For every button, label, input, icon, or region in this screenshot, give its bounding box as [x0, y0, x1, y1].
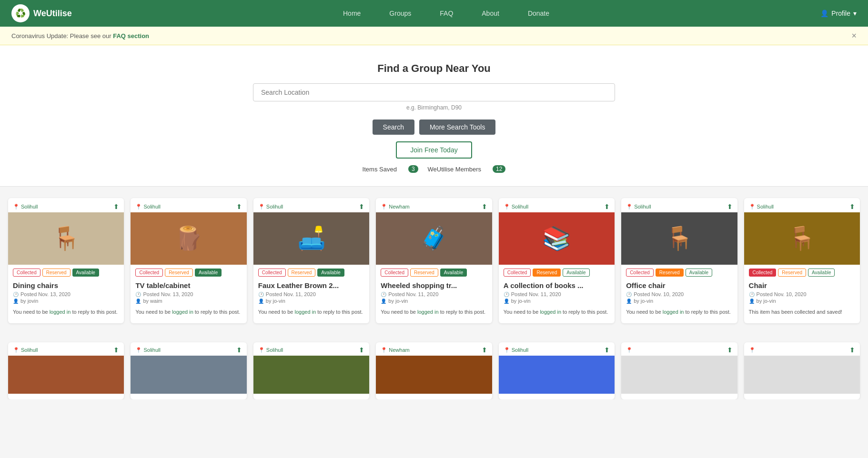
login-link[interactable]: logged in — [50, 309, 71, 315]
card-title: TV table/cabinet — [131, 279, 246, 290]
login-link[interactable]: logged in — [172, 309, 193, 315]
card-image: 🪵 — [131, 212, 246, 265]
bottom-card-image — [131, 356, 246, 394]
login-link[interactable]: logged in — [663, 309, 684, 315]
search-input[interactable] — [253, 83, 615, 101]
card-author: 👤 by jo-vin — [749, 298, 855, 304]
card-item[interactable]: 📍 Solihull ⬆ 🛋️ Collected Reserved Avail… — [253, 198, 369, 323]
bottom-cards-grid: 📍 Solihull ⬆ 📍 Solihull ⬆ 📍 Solihull ⬆ — [8, 342, 860, 399]
bottom-card-stub[interactable]: 📍 ⬆ — [621, 342, 737, 399]
share-icon[interactable]: ⬆ — [359, 203, 364, 210]
bottom-card-stub[interactable]: 📍 Solihull ⬆ — [8, 342, 124, 399]
status-available[interactable]: Available — [808, 269, 835, 277]
status-reserved[interactable]: Reserved — [778, 269, 806, 277]
bottom-card-image — [744, 356, 860, 394]
status-reserved[interactable]: Reserved — [410, 269, 438, 277]
profile-menu[interactable]: 👤 Profile ▾ — [820, 10, 857, 17]
card-location: 📍 Solihull — [135, 204, 160, 210]
bottom-card-stub[interactable]: 📍 Newham ⬆ — [376, 342, 492, 399]
status-available[interactable]: Available — [686, 269, 712, 277]
card-title: Faux Leather Brown 2... — [253, 279, 369, 290]
nav-home[interactable]: Home — [343, 10, 361, 17]
share-icon[interactable]: ⬆ — [482, 346, 487, 354]
more-search-tools-button[interactable]: More Search Tools — [419, 119, 495, 135]
share-icon[interactable]: ⬆ — [604, 346, 610, 354]
status-collected[interactable]: Collected — [749, 269, 777, 277]
share-icon[interactable]: ⬆ — [849, 346, 855, 354]
status-reserved[interactable]: Reserved — [533, 269, 561, 277]
card-status-row: Collected Reserved Available — [131, 265, 246, 279]
brand-logo: ♻️ — [11, 4, 30, 22]
status-collected[interactable]: Collected — [135, 269, 163, 277]
card-body: You need to be logged in to reply to thi… — [621, 305, 737, 318]
status-available[interactable]: Available — [317, 269, 344, 277]
card-location: 📍 Solihull — [135, 346, 160, 354]
share-icon[interactable]: ⬆ — [482, 203, 487, 210]
status-collected[interactable]: Collected — [626, 269, 654, 277]
brand-name: WeUtilise — [33, 9, 72, 19]
card-item[interactable]: 📍 Solihull ⬆ 🪑 Collected Reserved Availa… — [8, 198, 124, 323]
status-collected[interactable]: Collected — [381, 269, 408, 277]
card-body: You need to be logged in to reply to thi… — [253, 305, 369, 318]
items-saved-count: 3 — [408, 165, 418, 173]
nav-donate[interactable]: Donate — [528, 10, 549, 17]
cards-grid: 📍 Solihull ⬆ 🪑 Collected Reserved Availa… — [8, 198, 860, 323]
nav-groups[interactable]: Groups — [389, 10, 411, 17]
status-reserved[interactable]: Reserved — [42, 269, 71, 277]
share-icon[interactable]: ⬆ — [849, 203, 855, 210]
status-collected[interactable]: Collected — [504, 269, 531, 277]
card-item[interactable]: 📍 Newham ⬆ 🧳 Collected Reserved Availabl… — [376, 198, 492, 323]
bottom-card-top: 📍 Solihull ⬆ — [131, 342, 246, 356]
status-available[interactable]: Available — [72, 269, 99, 277]
bottom-card-stub[interactable]: 📍 Solihull ⬆ — [131, 342, 246, 399]
share-icon[interactable]: ⬆ — [113, 346, 119, 354]
card-item[interactable]: 📍 Solihull ⬆ 🪑 Collected Reserved Availa… — [744, 198, 860, 323]
status-available[interactable]: Available — [195, 269, 222, 277]
user-icon: 👤 — [13, 299, 19, 304]
search-button[interactable]: Search — [373, 119, 414, 135]
login-link[interactable]: logged in — [540, 309, 561, 315]
login-link[interactable]: logged in — [417, 309, 439, 315]
status-available[interactable]: Available — [563, 269, 589, 277]
status-reserved[interactable]: Reserved — [288, 269, 316, 277]
status-reserved[interactable]: Reserved — [165, 269, 193, 277]
status-available[interactable]: Available — [440, 269, 467, 277]
status-collected[interactable]: Collected — [13, 269, 40, 277]
alert-close-button[interactable]: × — [851, 31, 857, 40]
login-link[interactable]: logged in — [295, 309, 316, 315]
card-image: 🪑 — [744, 212, 860, 265]
card-body: You need to be logged in to reply to thi… — [8, 305, 124, 318]
card-item[interactable]: 📍 Solihull ⬆ 🪵 Collected Reserved Availa… — [131, 198, 246, 323]
brand[interactable]: ♻️ WeUtilise — [11, 4, 72, 22]
share-icon[interactable]: ⬆ — [604, 203, 610, 210]
card-item[interactable]: 📍 Solihull ⬆ 📚 Collected Reserved Availa… — [499, 198, 615, 323]
pin-icon: 📍 — [381, 204, 387, 210]
nav-about[interactable]: About — [482, 10, 499, 17]
share-icon[interactable]: ⬆ — [236, 346, 242, 354]
alert-faq-link[interactable]: FAQ section — [113, 32, 149, 40]
clock-icon: 🕐 — [504, 292, 509, 297]
share-icon[interactable]: ⬆ — [727, 346, 733, 354]
card-posted: 🕐 Posted Nov. 10, 2020 — [626, 291, 732, 297]
share-icon[interactable]: ⬆ — [113, 203, 119, 210]
pin-icon: 📍 — [135, 204, 142, 210]
bottom-card-stub[interactable]: 📍 Solihull ⬆ — [499, 342, 615, 399]
bottom-card-stub[interactable]: 📍 Solihull ⬆ — [253, 342, 369, 399]
pin-icon: 📍 — [135, 347, 142, 353]
card-author: 👤 by jovin — [13, 298, 119, 304]
card-posted: 🕐 Posted Nov. 11, 2020 — [381, 291, 487, 297]
nav-faq[interactable]: FAQ — [440, 10, 453, 17]
pin-icon: 📍 — [504, 204, 510, 210]
share-icon[interactable]: ⬆ — [727, 203, 733, 210]
share-icon[interactable]: ⬆ — [359, 346, 364, 354]
card-top: 📍 Solihull ⬆ — [131, 198, 246, 212]
bottom-card-stub[interactable]: 📍 ⬆ — [744, 342, 860, 399]
card-image: 🛋️ — [253, 212, 369, 265]
status-collected[interactable]: Collected — [258, 269, 286, 277]
join-free-button[interactable]: Join Free Today — [396, 141, 472, 159]
share-icon[interactable]: ⬆ — [236, 203, 242, 210]
card-title: Chair — [744, 279, 860, 290]
status-reserved[interactable]: Reserved — [656, 269, 684, 277]
pin-icon: 📍 — [626, 347, 633, 353]
card-item[interactable]: 📍 Solihull ⬆ 🪑 Collected Reserved Availa… — [621, 198, 737, 323]
